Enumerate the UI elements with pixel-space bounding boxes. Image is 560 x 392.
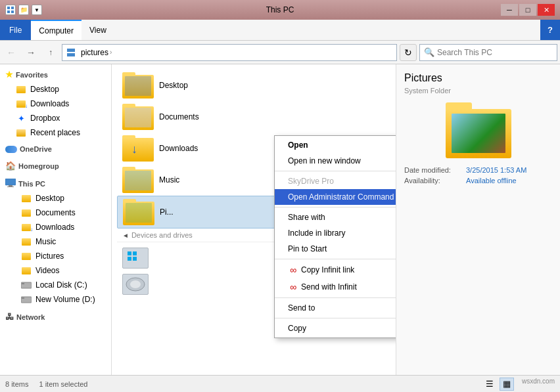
ctx-open-admin-cmd[interactable]: Open Administrator Command Prompt Here xyxy=(275,189,396,205)
close-button[interactable]: ✕ xyxy=(538,4,555,16)
svg-rect-10 xyxy=(7,186,14,187)
svg-rect-9 xyxy=(9,185,12,186)
view-controls: ☰ ▦ wsxdn.com xyxy=(482,378,555,391)
preview-meta-date: Date modified: 3/25/2015 1:53 AM xyxy=(404,166,552,174)
ctx-send-to[interactable]: Send to ▶ xyxy=(275,300,396,316)
address-input[interactable]: pictures › xyxy=(62,44,397,61)
recent-icon xyxy=(16,127,26,138)
window-title: This PC xyxy=(266,5,294,14)
list-item-documents[interactable]: Documents xyxy=(117,101,390,133)
ctx-pin-to-start[interactable]: Pin to Start xyxy=(275,241,396,257)
ctx-sep3 xyxy=(275,259,396,259)
sidebar-item-new-volume-d[interactable]: New Volume (D:) xyxy=(5,292,111,307)
pictures-label: Pictures xyxy=(35,251,64,261)
desktop2-label: Desktop xyxy=(35,194,64,203)
preview-meta-availability: Availability: Available offline xyxy=(404,177,552,185)
documents-label: Documents xyxy=(35,208,76,217)
svg-rect-3 xyxy=(11,11,14,13)
ctx-open[interactable]: Open xyxy=(275,137,396,153)
ctx-share-with[interactable]: Share with ▶ xyxy=(275,209,396,225)
homegroup-label: Homegroup xyxy=(18,162,59,170)
svg-rect-7 xyxy=(71,53,75,56)
ctx-sep2 xyxy=(275,207,396,207)
tab-computer[interactable]: Computer xyxy=(31,20,82,40)
downloads2-folder-icon: ↓ xyxy=(21,222,32,232)
tab-view[interactable]: View xyxy=(82,20,114,40)
sidebar-item-documents[interactable]: Documents xyxy=(5,206,111,220)
sidebar-section-onedrive: OneDrive xyxy=(0,142,111,156)
availability-value: Available offline xyxy=(466,177,517,185)
sidebar-group-network[interactable]: 🖧 Network xyxy=(0,309,111,324)
list-item-desktop[interactable]: Desktop xyxy=(117,70,390,101)
preview-panel: Pictures System Folder Date modified: 3/… xyxy=(396,64,560,375)
sidebar-item-pictures[interactable]: Pictures xyxy=(5,249,111,263)
network-icon: 🖧 xyxy=(5,312,14,322)
desktop-folder-name: Desktop xyxy=(159,81,188,90)
sidebar-item-music[interactable]: Music xyxy=(5,234,111,249)
folder-icon xyxy=(16,84,26,95)
svg-rect-17 xyxy=(128,257,131,261)
wsxdn-logo: wsxdn.com xyxy=(522,378,555,391)
ctx-copy[interactable]: Copy xyxy=(275,320,396,336)
svg-rect-2 xyxy=(7,11,10,13)
sidebar-item-local-disk-c[interactable]: Local Disk (C:) xyxy=(5,278,111,292)
new-volume-d-icon xyxy=(21,294,32,305)
date-label: Date modified: xyxy=(404,166,463,174)
view-btn-details[interactable]: ▦ xyxy=(500,378,514,391)
preview-meta: Date modified: 3/25/2015 1:53 AM Availab… xyxy=(404,166,552,185)
sidebar-item-desktop[interactable]: Desktop xyxy=(0,82,111,97)
maximize-button[interactable]: □ xyxy=(519,4,536,16)
view-btn-list[interactable]: ☰ xyxy=(482,378,497,391)
infinit-send-icon: ∞ xyxy=(288,282,298,292)
devices-toggle[interactable]: ◄ xyxy=(122,232,129,239)
sidebar-group-onedrive[interactable]: OneDrive xyxy=(0,142,111,156)
ctx-open-new-window[interactable]: Open in new window xyxy=(275,153,396,169)
onedrive-icon xyxy=(5,146,17,153)
folder-icon-sm xyxy=(21,193,32,204)
availability-label: Availability: xyxy=(404,177,463,185)
sidebar-item-desktop2[interactable]: Desktop xyxy=(5,191,111,206)
tab-file[interactable]: File xyxy=(0,20,31,40)
sidebar-item-recent[interactable]: Recent places xyxy=(0,125,111,140)
svg-rect-6 xyxy=(67,53,71,56)
sidebar-group-favorites[interactable]: ★ Favorites xyxy=(0,67,111,82)
ctx-copy-infinit[interactable]: ∞ Copy Infinit link xyxy=(275,261,396,278)
star-icon: ★ xyxy=(5,70,13,79)
sidebar-item-downloads[interactable]: ↓ Downloads xyxy=(0,97,111,111)
recent-label: Recent places xyxy=(30,128,80,137)
content-area: Desktop Documents ↓ Downloads xyxy=(112,64,396,375)
search-input[interactable] xyxy=(437,48,553,57)
videos-label: Videos xyxy=(35,266,59,275)
svg-rect-16 xyxy=(133,251,137,255)
address-bar: ← → ↑ pictures › ↻ 🔍 xyxy=(0,41,560,64)
ctx-send-infinit[interactable]: ∞ Send with Infinit xyxy=(275,278,396,295)
up-button[interactable]: ↑ xyxy=(42,44,59,61)
window-icon xyxy=(5,5,16,15)
search-box[interactable]: 🔍 xyxy=(419,44,557,61)
sidebar-item-dropbox[interactable]: ✦ Dropbox xyxy=(0,111,111,125)
favorites-label: Favorites xyxy=(16,71,48,79)
sidebar-group-homegroup[interactable]: 🏠 Homegroup xyxy=(0,158,111,173)
help-button[interactable]: ? xyxy=(540,20,560,40)
downloads-folder-icon: ↓ xyxy=(16,98,26,109)
sidebar-item-downloads2[interactable]: ↓ Downloads xyxy=(5,220,111,234)
documents-folder-icon xyxy=(21,207,32,218)
breadcrumb-thispc: pictures xyxy=(81,48,108,57)
date-value: 3/25/2015 1:53 AM xyxy=(466,166,526,174)
back-button[interactable]: ← xyxy=(3,44,20,61)
refresh-button[interactable]: ↻ xyxy=(400,44,417,61)
ctx-skydrive-pro: SkyDrive Pro ▶ xyxy=(275,173,396,189)
context-menu: Open Open in new window SkyDrive Pro ▶ O… xyxy=(274,135,396,338)
minimize-button[interactable]: ─ xyxy=(501,4,518,16)
desktop-label: Desktop xyxy=(30,85,59,94)
forward-button[interactable]: → xyxy=(22,44,39,61)
sidebar-section-network: 🖧 Network xyxy=(0,309,111,324)
svg-point-20 xyxy=(130,280,141,288)
ctx-include-library[interactable]: Include in library ▶ xyxy=(275,225,396,241)
local-disk-c-icon xyxy=(21,280,32,290)
devices-label: Devices and drives xyxy=(131,231,193,239)
sidebar-item-videos[interactable]: Videos xyxy=(5,263,111,278)
ctx-sep4 xyxy=(275,297,396,298)
sidebar-section-favorites: ★ Favorites Desktop ↓ Downloads ✦ Dropbo… xyxy=(0,67,111,140)
sidebar-group-thispc[interactable]: This PC xyxy=(0,176,111,191)
